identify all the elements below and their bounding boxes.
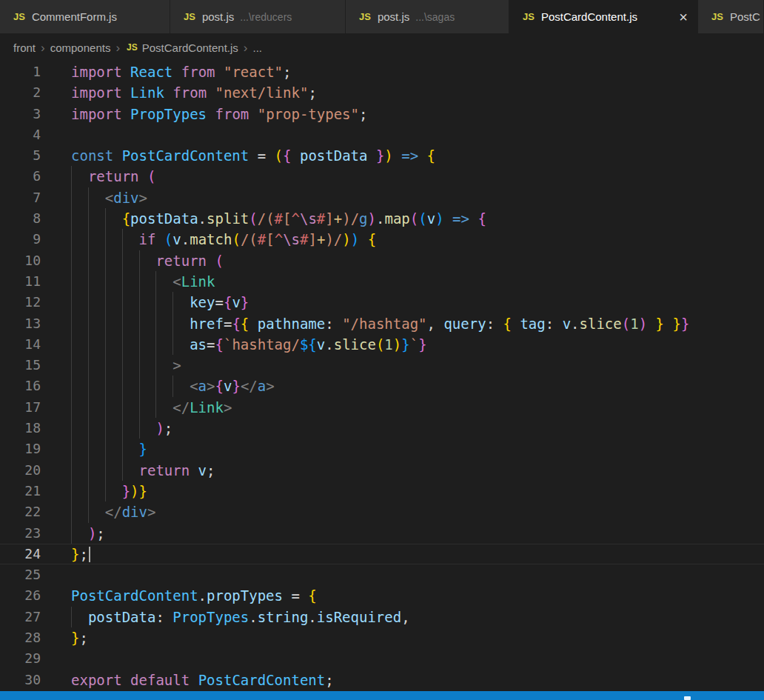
line-number: 18 <box>0 418 46 439</box>
code-line-6[interactable]: 6 return ( <box>0 166 764 187</box>
code-line-4[interactable]: 4 <box>0 124 764 145</box>
code-text <box>46 124 764 145</box>
code-line-17[interactable]: 17 </Link> <box>0 397 764 418</box>
indent-guide <box>105 208 106 229</box>
status-bar <box>0 691 764 700</box>
code-line-10[interactable]: 10 return ( <box>0 250 764 271</box>
line-number: 7 <box>0 187 46 208</box>
code-line-12[interactable]: 12 key={v} <box>0 292 764 313</box>
code-line-25[interactable]: 25 <box>0 564 764 585</box>
line-number: 16 <box>0 376 46 396</box>
line-number: 26 <box>0 585 46 606</box>
indent-guide <box>105 439 106 459</box>
code-line-1[interactable]: 1import React from "react"; <box>0 61 764 82</box>
indent-guide <box>105 460 106 481</box>
breadcrumb-item-symbol[interactable]: ... <box>253 41 263 54</box>
tab-commentform-js[interactable]: JS CommentForm.js <box>0 0 170 33</box>
line-number: 25 <box>0 564 46 585</box>
indent-guide <box>105 481 106 501</box>
indent-guide <box>88 376 89 396</box>
code-text: }; <box>46 627 764 648</box>
code-line-24[interactable]: 24}; <box>0 544 764 564</box>
indent-guide <box>122 250 123 271</box>
code-line-5[interactable]: 5const PostCardContent = ({ postData }) … <box>0 145 764 166</box>
code-text: import Link from "next/link"; <box>46 82 764 103</box>
tab-path-hint: ...\sagas <box>415 11 455 23</box>
indent-guide <box>71 439 72 459</box>
code-text <box>46 564 764 585</box>
indent-guide <box>122 439 123 459</box>
js-file-icon: JS <box>13 11 25 22</box>
code-line-13[interactable]: 13 href={{ pathname: "/hashtag", query: … <box>0 313 764 334</box>
code-text: <a>{v}</a> <box>46 376 764 396</box>
indent-guide <box>71 501 72 522</box>
code-line-28[interactable]: 28}; <box>0 627 764 648</box>
line-number: 3 <box>0 104 46 124</box>
code-text: return v; <box>46 460 764 481</box>
indent-guide <box>71 187 72 208</box>
code-line-9[interactable]: 9 if (v.match(/(#[^\s#]+)/)) { <box>0 229 764 250</box>
indent-guide <box>172 292 173 313</box>
line-number: 29 <box>0 648 46 669</box>
code-line-7[interactable]: 7 <div> <box>0 187 764 208</box>
code-line-29[interactable]: 29 <box>0 648 764 669</box>
code-line-26[interactable]: 26PostCardContent.propTypes = { <box>0 585 764 606</box>
js-file-icon: JS <box>711 11 723 22</box>
code-line-16[interactable]: 16 <a>{v}</a> <box>0 376 764 396</box>
tab-post-js-reducers[interactable]: JS post.js ...\reducers <box>170 0 346 33</box>
code-text: ); <box>46 523 764 544</box>
code-line-19[interactable]: 19 } <box>0 439 764 459</box>
code-editor[interactable]: 1import React from "react";2import Link … <box>0 61 764 691</box>
code-line-14[interactable]: 14 as={`hashtag/${v.slice(1)}`} <box>0 334 764 355</box>
indent-guide <box>71 166 72 187</box>
indent-guide <box>88 397 89 418</box>
code-text: as={`hashtag/${v.slice(1)}`} <box>46 334 764 355</box>
line-number: 15 <box>0 355 46 376</box>
code-text: export default PostCardContent; <box>46 670 764 690</box>
code-line-11[interactable]: 11 <Link <box>0 271 764 292</box>
code-line-2[interactable]: 2import Link from "next/link"; <box>0 82 764 103</box>
indent-guide <box>172 313 173 334</box>
line-number: 14 <box>0 334 46 355</box>
tab-label: PostC <box>730 10 760 23</box>
code-line-30[interactable]: 30export default PostCardContent; <box>0 670 764 690</box>
code-line-8[interactable]: 8 {postData.split(/(#[^\s#]+)/g).map((v)… <box>0 208 764 229</box>
breadcrumb-item-components[interactable]: components <box>50 41 111 54</box>
code-line-20[interactable]: 20 return v; <box>0 460 764 481</box>
tab-label: PostCardContent.js <box>541 10 637 23</box>
indent-guide <box>71 607 72 627</box>
line-number: 17 <box>0 397 46 418</box>
js-file-icon: JS <box>127 42 138 53</box>
indent-guide <box>71 355 72 376</box>
line-number: 13 <box>0 313 46 334</box>
code-line-15[interactable]: 15 > <box>0 355 764 376</box>
indent-guide <box>139 271 140 292</box>
indent-guide <box>155 334 156 355</box>
tab-label: CommentForm.js <box>32 10 117 23</box>
breadcrumb-item-front[interactable]: front <box>13 41 36 54</box>
code-line-21[interactable]: 21 })} <box>0 481 764 501</box>
code-line-18[interactable]: 18 ); <box>0 418 764 439</box>
tab-postcardcontent-js-active[interactable]: JS PostCardContent.js × <box>509 0 698 33</box>
code-line-3[interactable]: 3import PropTypes from "prop-types"; <box>0 104 764 124</box>
indent-guide <box>122 229 123 250</box>
code-line-23[interactable]: 23 ); <box>0 523 764 544</box>
tab-label: post.js <box>378 10 409 23</box>
indent-guide <box>155 292 156 313</box>
tab-post-js-sagas[interactable]: JS post.js ...\sagas <box>346 0 509 33</box>
code-line-27[interactable]: 27 postData: PropTypes.string.isRequired… <box>0 607 764 627</box>
indent-guide <box>105 418 106 439</box>
code-line-22[interactable]: 22 </div> <box>0 501 764 522</box>
indent-guide <box>155 271 156 292</box>
line-number: 9 <box>0 229 46 250</box>
close-icon[interactable]: × <box>677 10 689 24</box>
code-text: <div> <box>46 187 764 208</box>
tab-truncated[interactable]: JS PostC <box>698 0 764 33</box>
code-text: import React from "react"; <box>46 61 764 82</box>
line-number: 5 <box>0 145 46 166</box>
breadcrumb-item-file[interactable]: PostCardContent.js <box>142 41 238 54</box>
line-number: 24 <box>0 544 46 564</box>
indent-guide <box>122 313 123 334</box>
vscode-window: JS CommentForm.js JS post.js ...\reducer… <box>0 0 764 700</box>
indent-guide <box>122 292 123 313</box>
